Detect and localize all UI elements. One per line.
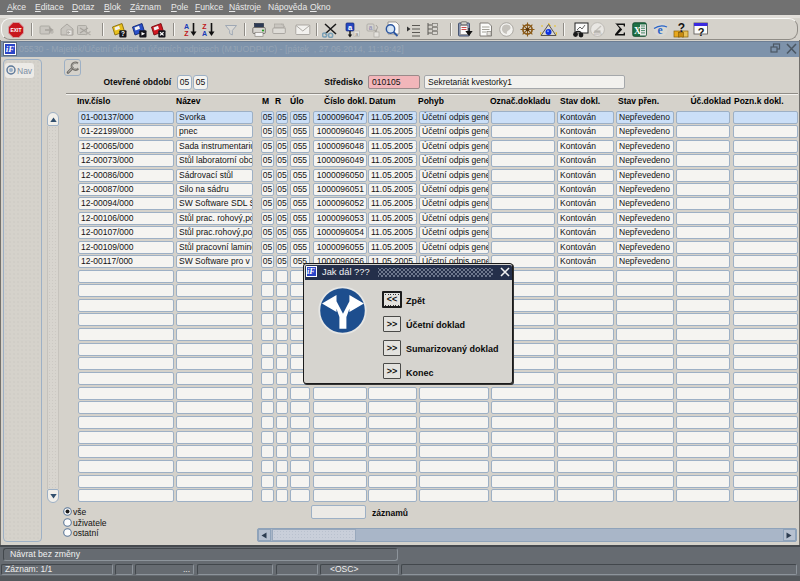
svg-text:Z: Z <box>202 23 207 30</box>
svg-text:?: ? <box>678 21 685 35</box>
svg-text:a: a <box>369 24 373 31</box>
svg-text:EXIT: EXIT <box>10 27 21 33</box>
svg-text:X: X <box>634 26 641 36</box>
svg-text:?: ? <box>121 30 125 37</box>
svg-text:?: ? <box>698 26 705 38</box>
svg-text:Z: Z <box>184 30 189 37</box>
svg-text:A: A <box>202 30 207 37</box>
svg-text:A: A <box>184 23 189 30</box>
svg-text:100%: 100% <box>593 32 602 36</box>
